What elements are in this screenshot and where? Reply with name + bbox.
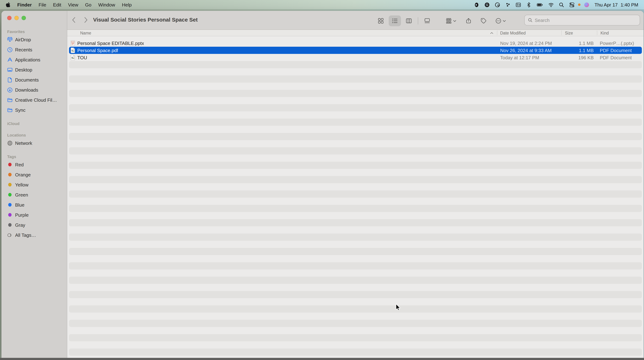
menu-help[interactable]: Help — [122, 2, 132, 7]
row-stripe — [69, 219, 642, 226]
pdf-file-icon — [70, 47, 75, 53]
column-view-button[interactable] — [403, 15, 415, 26]
background-window-strip — [0, 358, 644, 360]
chevron-down-icon — [503, 19, 506, 22]
column-separator[interactable] — [497, 30, 497, 35]
sidebar-item-red[interactable]: Red — [2, 160, 67, 170]
sidebar-item-creative-cloud-fil[interactable]: Creative Cloud Fil… — [2, 95, 67, 105]
dots-app-icon[interactable] — [506, 2, 511, 7]
sidebar-item-documents[interactable]: Documents — [2, 75, 67, 85]
list-view-button[interactable] — [389, 15, 401, 26]
sidebar-section-tags: TagsRedOrangeYellowGreenBluePurpleGrayAl… — [2, 154, 67, 240]
search-input[interactable] — [535, 17, 636, 23]
zoom-button[interactable] — [22, 16, 26, 20]
traffic-lights — [2, 11, 67, 20]
column-separator[interactable] — [561, 30, 562, 35]
file-size: 196 KB — [561, 54, 594, 61]
menu-view[interactable]: View — [68, 2, 78, 7]
search-field[interactable] — [524, 15, 640, 25]
sidebar-item-purple[interactable]: Purple — [2, 210, 67, 220]
siri-icon[interactable] — [584, 2, 590, 7]
all-tags-icon — [7, 232, 12, 238]
sidebar-item-desktop[interactable]: Desktop — [2, 65, 67, 75]
row-stripe — [69, 176, 642, 183]
finder-window: FavoritesAirDropRecentsApplicationsDeskt… — [2, 11, 644, 358]
forward-button[interactable] — [82, 15, 90, 24]
svg-text:⌘: ⌘ — [518, 3, 520, 6]
sidebar-item-all-tags[interactable]: All Tags… — [2, 230, 67, 240]
sidebar-item-downloads[interactable]: Downloads — [2, 85, 67, 95]
clock-date: Thu Apr 17 — [594, 2, 618, 7]
tag-icon — [481, 18, 486, 24]
row-stripe — [69, 234, 642, 241]
icon-view-button[interactable] — [375, 15, 387, 26]
status-icons: G⌘ — [474, 2, 590, 7]
sidebar-item-green[interactable]: Green — [2, 190, 67, 200]
sidebar-section-header: Favorites — [2, 29, 67, 34]
gray-tag-dot — [8, 223, 12, 227]
wifi-icon[interactable] — [548, 2, 554, 7]
window-main: Visual Social Stories Personal Space Set — [67, 11, 644, 358]
list-column-headers: Name Date Modified Size Kind — [67, 29, 644, 36]
pptx-file-icon — [70, 40, 75, 46]
sidebar-item-blue[interactable]: Blue — [2, 200, 67, 210]
back-button[interactable] — [70, 15, 78, 24]
menu-items: FinderFileEditViewGoWindowHelp — [17, 2, 132, 7]
file-row-personal-space-pdf[interactable]: Personal Space.pdfNov 26, 2024 at 9:33 A… — [69, 47, 642, 54]
row-stripe — [69, 133, 642, 140]
column-separator[interactable] — [597, 30, 597, 35]
circle-app-icon[interactable] — [495, 2, 500, 7]
svg-text:G: G — [486, 3, 488, 6]
sidebar-item-applications[interactable]: Applications — [2, 55, 67, 65]
icon-view-icon — [378, 18, 384, 24]
menu-go[interactable]: Go — [85, 2, 91, 7]
sidebar-item-orange[interactable]: Orange — [2, 170, 67, 180]
menu-file[interactable]: File — [39, 2, 46, 7]
group-button[interactable] — [443, 15, 460, 26]
grammarly-icon[interactable]: G — [484, 2, 490, 7]
control-center-icon[interactable] — [570, 2, 575, 7]
column-header-date-modified[interactable]: Date Modified — [500, 30, 526, 36]
battery-icon[interactable] — [537, 2, 544, 7]
bluetooth-icon[interactable] — [526, 2, 532, 7]
share-icon — [466, 18, 472, 24]
clock-time: 1:40 PM — [621, 2, 638, 7]
file-size: 1.1 MB — [561, 39, 594, 47]
sidebar-item-network[interactable]: Network — [2, 138, 67, 148]
menu-finder[interactable]: Finder — [17, 2, 32, 7]
oval-app-icon[interactable] — [474, 2, 480, 7]
file-row-personal-space-editable-pptx[interactable]: Personal Space EDITABLE.pptxNov 19, 2024… — [69, 39, 642, 47]
window-app-icon[interactable]: ⌘ — [516, 2, 521, 7]
spotlight-icon[interactable] — [559, 2, 564, 7]
file-kind: PowerP…(.pptx) — [600, 39, 634, 47]
menu-bar-clock[interactable]: Thu Apr 17 1:40 PM — [594, 2, 638, 7]
file-row-tou[interactable]: TOUToday at 12:17 PM196 KBPDF Document — [69, 54, 642, 61]
sidebar-item-gray[interactable]: Gray — [2, 220, 67, 230]
sidebar-section-header: Tags — [2, 154, 67, 160]
row-stripe — [69, 61, 642, 68]
menu-edit[interactable]: Edit — [53, 2, 61, 7]
close-button[interactable] — [7, 16, 12, 20]
sidebar-item-sync[interactable]: Sync — [2, 105, 67, 115]
sidebar-item-recents[interactable]: Recents — [2, 44, 67, 55]
column-header-size[interactable]: Size — [565, 30, 573, 36]
recording-dot-icon[interactable] — [578, 3, 581, 6]
gallery-view-button[interactable] — [421, 15, 433, 26]
minimize-button[interactable] — [14, 16, 19, 20]
row-stripe — [69, 90, 642, 97]
more-actions-button[interactable] — [492, 15, 509, 26]
column-header-name[interactable]: Name — [80, 30, 91, 36]
sidebar-item-airdrop[interactable]: AirDrop — [2, 34, 67, 44]
gallery-view-icon — [424, 18, 430, 24]
sidebar-item-yellow[interactable]: Yellow — [2, 180, 67, 190]
column-header-kind[interactable]: Kind — [600, 30, 609, 36]
screen: FinderFileEditViewGoWindowHelp G⌘ Thu Ap… — [0, 0, 644, 360]
file-list[interactable]: Personal Space EDITABLE.pptxNov 19, 2024… — [67, 36, 644, 358]
file-date-modified: Nov 19, 2024 at 2:24 PM — [500, 39, 552, 47]
row-stripe — [69, 75, 642, 83]
share-button[interactable] — [462, 15, 475, 26]
menu-window[interactable]: Window — [98, 2, 115, 7]
apple-logo-icon[interactable] — [6, 2, 10, 7]
tags-button[interactable] — [478, 15, 490, 26]
desktop: FinderFileEditViewGoWindowHelp G⌘ Thu Ap… — [0, 0, 644, 360]
